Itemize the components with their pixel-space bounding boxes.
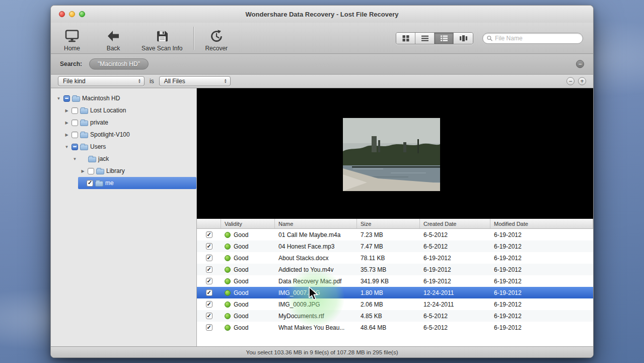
filter-row-buttons: − + (566, 77, 586, 85)
file-created-date: 6-19-2012 (420, 266, 490, 273)
validity-label: Good (234, 324, 248, 331)
file-size: 341.99 KB (357, 278, 420, 285)
home-button[interactable]: Home (64, 25, 80, 52)
thumbnail-view-button[interactable] (396, 33, 415, 44)
zoom-button[interactable] (79, 11, 85, 17)
disclosure-triangle-icon[interactable]: ▼ (56, 96, 61, 101)
tree-checkbox[interactable] (63, 95, 70, 102)
file-table-row[interactable]: Good About Stacks.docx 78.11 KB 6-19-201… (197, 252, 593, 264)
file-table-row[interactable]: Good 01 Call Me Maybe.m4a 7.23 MB 6-5-20… (197, 229, 593, 240)
window-title: Wondershare Data Recovery - Lost File Re… (51, 11, 593, 18)
list-view-icon (421, 35, 429, 42)
tree-checkbox[interactable] (71, 132, 78, 138)
sidebar-tree-item[interactable]: ▼ Users (51, 141, 196, 153)
disclosure-triangle-icon[interactable]: ▼ (72, 157, 78, 161)
save-scan-info-button[interactable]: Save Scan Info (141, 25, 182, 52)
filter-connector-label: is (150, 78, 154, 85)
remove-filter-button[interactable]: − (566, 77, 575, 85)
search-icon (487, 35, 492, 41)
sidebar-tree-item[interactable]: me (78, 177, 196, 189)
header-modified-date[interactable]: Modified Date (490, 219, 593, 228)
file-modified-date: 6-19-2012 (490, 301, 593, 308)
row-checkbox[interactable] (206, 243, 212, 250)
file-created-date: 6-19-2012 (420, 255, 490, 262)
search-input[interactable] (495, 35, 579, 42)
row-checkbox[interactable] (206, 266, 212, 273)
tree-item-label: Users (90, 143, 106, 150)
validity-good-icon (225, 232, 231, 238)
titlebar[interactable]: Wondershare Data Recovery - Lost File Re… (51, 6, 593, 23)
file-name: IMG_0009.JPG (275, 301, 357, 308)
file-table-row[interactable]: Good Addicted to You.m4v 35.73 MB 6-19-2… (197, 264, 593, 275)
sidebar-tree-item[interactable]: ▶ Spotlight-V100 (51, 129, 196, 141)
header-validity[interactable]: Validity (221, 219, 275, 228)
disclosure-triangle-icon[interactable]: ▶ (64, 120, 69, 125)
traffic-lights (59, 11, 85, 17)
row-checkbox[interactable] (206, 324, 212, 331)
file-table-row[interactable]: Good MyDocuments.rtf 4.85 KB 6-5-2012 6-… (197, 310, 593, 322)
file-table-row[interactable]: Good What Makes You Beau... 48.64 MB 6-5… (197, 322, 593, 333)
tree-item-label: Macintosh HD (82, 95, 120, 102)
file-size: 78.11 KB (357, 255, 420, 262)
header-name[interactable]: Name (275, 219, 357, 228)
file-size: 35.73 MB (357, 266, 420, 273)
row-checkbox[interactable] (206, 278, 212, 284)
add-filter-button[interactable]: + (578, 77, 586, 85)
row-checkbox[interactable] (206, 301, 212, 308)
search-token[interactable]: "Macintosh HD" (89, 58, 149, 70)
file-kind-dropdown[interactable]: File kind ▲▼ (58, 76, 145, 86)
file-modified-date: 6-19-2012 (490, 324, 593, 331)
header-created-date[interactable]: Created Date (420, 219, 490, 228)
sidebar-tree-item[interactable]: ▼ jack (51, 153, 196, 165)
tree-checkbox[interactable] (71, 107, 78, 114)
file-table-row[interactable]: Good IMG_0007.JPG 1.80 MB 12-24-2011 6-1… (197, 287, 593, 298)
file-modified-date: 6-19-2012 (490, 278, 593, 285)
header-size[interactable]: Size (357, 219, 420, 228)
file-created-date: 6-5-2012 (420, 313, 490, 320)
disclosure-triangle-icon[interactable]: ▶ (80, 169, 86, 173)
home-label: Home (64, 45, 80, 52)
app-window: Wondershare Data Recovery - Lost File Re… (50, 5, 594, 358)
file-table-row[interactable]: Good Data Recovery Mac.pdf 341.99 KB 6-1… (197, 275, 593, 287)
recover-button[interactable]: Recover (205, 25, 228, 52)
row-checkbox[interactable] (206, 255, 212, 261)
validity-label: Good (234, 243, 248, 250)
row-checkbox[interactable] (206, 289, 212, 296)
tree-checkbox[interactable] (71, 119, 78, 126)
remove-search-row-button[interactable]: − (576, 60, 584, 68)
tree-item-label: Lost Location (90, 107, 126, 114)
sidebar-tree-item[interactable]: ▶ Lost Location (51, 104, 196, 116)
disclosure-triangle-icon[interactable]: ▼ (64, 145, 69, 149)
folder-icon (80, 145, 88, 150)
list-view-button[interactable] (415, 33, 435, 44)
search-label: Search: (60, 60, 82, 68)
status-bar: You select 103.36 MB in 9 file(s) of 107… (51, 346, 593, 357)
file-type-dropdown[interactable]: All Files ▲▼ (159, 76, 231, 86)
file-table-row[interactable]: Good IMG_0009.JPG 2.06 MB 12-24-2011 6-1… (197, 298, 593, 310)
validity-good-icon (225, 313, 231, 319)
folder-icon (80, 108, 88, 114)
tree-checkbox[interactable] (88, 168, 94, 174)
sidebar-tree-item[interactable]: ▼ Macintosh HD (51, 92, 196, 104)
disclosure-triangle-icon[interactable]: ▶ (64, 108, 69, 113)
file-name-search-field[interactable] (482, 33, 583, 44)
close-button[interactable] (59, 11, 65, 17)
back-button[interactable]: Back (106, 25, 120, 52)
file-table-row[interactable]: Good 04 Honest Face.mp3 7.47 MB 6-5-2012… (197, 240, 593, 252)
detail-view-button[interactable] (435, 33, 454, 44)
tree-checkbox[interactable] (87, 180, 93, 187)
sidebar-tree-item[interactable]: ▶ Library (51, 165, 196, 177)
validity-label: Good (234, 278, 248, 285)
sidebar-tree-item[interactable]: ▶ private (51, 116, 196, 129)
tree-checkbox[interactable] (71, 144, 78, 150)
disclosure-triangle-icon[interactable]: ▶ (64, 133, 69, 137)
recover-label: Recover (205, 45, 228, 52)
minimize-button[interactable] (69, 11, 75, 17)
row-checkbox[interactable] (206, 231, 212, 238)
row-checkbox[interactable] (206, 313, 212, 319)
coverflow-view-button[interactable] (454, 33, 473, 44)
file-created-date: 6-5-2012 (420, 243, 490, 250)
file-modified-date: 6-19-2012 (490, 231, 593, 238)
header-checkbox-column[interactable] (197, 219, 221, 228)
recover-clock-icon (209, 29, 224, 44)
